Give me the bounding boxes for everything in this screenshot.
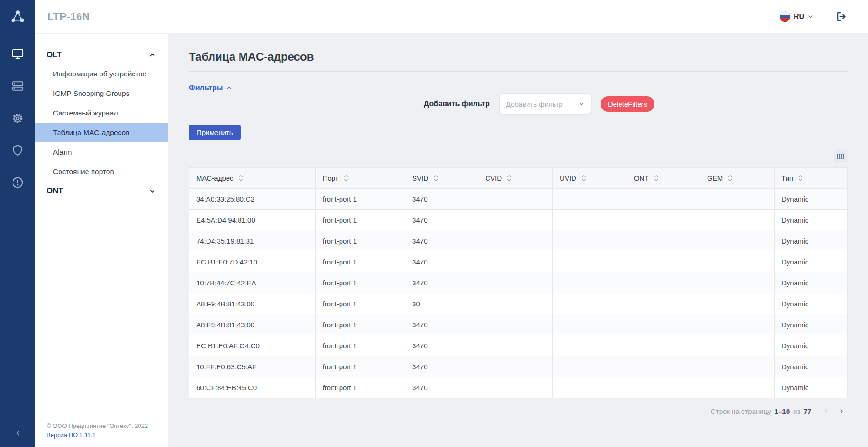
table-cell: front-port 1 [315,377,405,398]
logo-icon [9,8,27,26]
table-cell: front-port 1 [315,335,405,356]
chevron-right-icon [838,407,845,415]
sort-icon [798,175,803,182]
table-row[interactable]: 34:A0:33:25:80:C2front-port 13470Dynamic [189,189,848,210]
prev-page-button[interactable] [820,405,832,417]
table-cell: 3470 [405,230,478,251]
table-cell [700,356,775,377]
apply-button[interactable]: Применить [189,125,241,140]
of-label: из [793,407,800,415]
filters-toggle[interactable]: Фильтры [189,84,233,92]
column-label: Порт [323,174,339,182]
table-cell: front-port 1 [315,210,405,230]
table-cell: 3470 [405,251,478,272]
filters-toggle-label: Фильтры [189,84,223,92]
sidebar-section-ont[interactable]: ONT [35,182,168,200]
sidebar-section-olt[interactable]: OLT [35,46,168,64]
rows-per-page-label: Строк на страницу [711,407,771,415]
table-cell [478,189,553,210]
chevron-down-icon [578,101,584,107]
table-cell: front-port 1 [315,272,405,293]
sidebar-footer: © ООО Предприятие "Элтекс", 2022 Версия … [47,422,163,439]
table-cell: Dynamic [774,189,847,210]
chevron-up-icon [226,85,233,91]
filter-controls: Добавить фильтр Добавить фильтр DeleteFi… [189,93,848,115]
table-cell: Dynamic [774,356,847,377]
column-settings-button[interactable] [834,149,848,163]
table-row[interactable]: A8:F9:4B:81:43:00front-port 13470Dynamic [189,314,848,335]
sidebar-item[interactable]: IGMP Snooping Groups [35,84,168,103]
eltex-logo[interactable] [0,0,35,34]
column-header[interactable]: SVID [405,168,478,189]
table-row[interactable]: 74:D4:35:19:81:31front-port 13470Dynamic [189,230,848,251]
table-row[interactable]: E4:5A:D4:94:81:00front-port 13470Dynamic [189,210,848,230]
select-placeholder: Добавить фильтр [506,100,563,108]
table-cell: E4:5A:D4:94:81:00 [189,210,316,230]
add-filter-select[interactable]: Добавить фильтр [499,93,591,115]
pagination: Строк на страницу 1–10 из 77 [189,405,848,417]
delete-filters-button[interactable]: DeleteFilters [601,96,654,112]
column-label: ONT [634,174,649,182]
table-cell [700,335,775,356]
table-row[interactable]: 10:7B:44:7C:42:EAfront-port 13470Dynamic [189,272,848,293]
shield-icon[interactable] [11,144,24,157]
table-cell: 3470 [405,335,478,356]
icon-rail [0,0,35,447]
sidebar-item[interactable]: Состояние портов [35,162,168,182]
table-cell: front-port 1 [315,293,405,314]
table-row[interactable]: 10:FF:E0:63:C5:AFfront-port 13470Dynamic [189,356,848,377]
table-cell [700,272,775,293]
title-divider [189,71,848,72]
table-cell: 60:CF:84:EB:45:C0 [189,377,316,398]
column-label: GEM [707,174,723,182]
table-cell [553,272,627,293]
table-cell [627,189,700,210]
column-header[interactable]: ONT [627,168,700,189]
language-label: RU [794,13,804,21]
sidebar-item[interactable]: Alarm [35,142,168,162]
firmware-version-link[interactable]: Версия ПО 1.11.1 [47,432,163,439]
column-label: UVID [560,174,576,182]
column-header[interactable]: Тип [774,168,847,189]
sort-icon [433,175,439,182]
sidebar-item[interactable]: Таблица MAC-адресов [35,123,168,142]
sidebar-collapse-button[interactable] [0,429,35,438]
table-cell [700,189,775,210]
sort-icon [654,175,659,182]
alert-icon[interactable] [11,176,24,189]
next-page-button[interactable] [835,405,848,417]
gear-icon[interactable] [11,112,24,125]
table-cell [553,189,627,210]
table-row[interactable]: EC:B1:E0:7D:42:10front-port 13470Dynamic [189,251,848,272]
table-cell: Dynamic [774,314,847,335]
column-header[interactable]: MAC-адрес [189,168,316,189]
language-switcher[interactable]: RU [780,11,814,22]
rail-nav [11,47,24,189]
table-cell: 3470 [405,377,478,398]
sidebar: OLTИнформация об устройствеIGMP Snooping… [35,34,168,447]
monitor-icon[interactable] [11,47,24,61]
sidebar-item[interactable]: Системный журнал [35,103,168,123]
sidebar-nav: OLTИнформация об устройствеIGMP Snooping… [35,46,168,200]
table-cell: EC:B1:E0:7D:42:10 [189,251,316,272]
column-header[interactable]: CVID [478,168,553,189]
table-cell [627,210,700,230]
table-cell: 10:7B:44:7C:42:EA [189,272,316,293]
sidebar-item[interactable]: Информация об устройстве [35,64,168,84]
column-header[interactable]: GEM [700,168,775,189]
table-cell [478,230,553,251]
table-row[interactable]: A8:F9:4B:81:43:00front-port 130Dynamic [189,293,848,314]
column-header[interactable]: UVID [553,168,627,189]
table-cell: Dynamic [774,230,847,251]
table-cell [627,314,700,335]
table-cell: Dynamic [774,210,847,230]
table-row[interactable]: 60:CF:84:EB:45:C0front-port 13470Dynamic [189,377,848,398]
server-icon[interactable] [11,80,24,93]
column-header[interactable]: Порт [315,168,405,189]
table-cell: front-port 1 [315,314,405,335]
logout-button[interactable] [835,10,848,23]
app-window: LTP-16N RU OLTИнформация об устройствеIG… [0,0,868,447]
table-row[interactable]: EC:B1:E0:AF:C4:C0front-port 13470Dynamic [189,335,848,356]
table-cell [700,293,775,314]
section-label: OLT [47,50,62,60]
